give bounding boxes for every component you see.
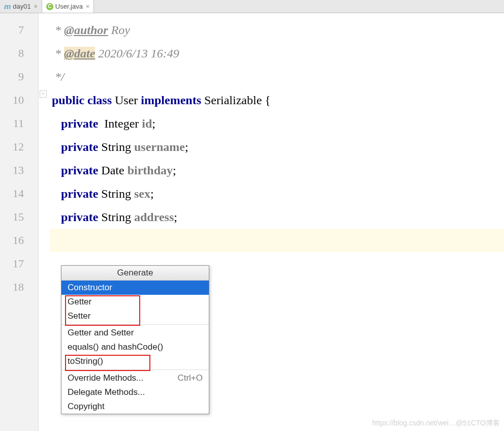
class-icon: C (46, 3, 53, 10)
line-number: 9 (0, 65, 38, 88)
line-number: 17 (0, 252, 38, 275)
menu-item-getter[interactable]: Getter (61, 295, 209, 309)
menu-item-copyright[interactable]: Copyright (61, 399, 209, 414)
generate-popup: Generate Constructor Getter Setter Gette… (61, 265, 209, 414)
menu-item-constructor[interactable]: Constructor (61, 281, 209, 295)
code-line-current (50, 229, 504, 252)
menu-separator (61, 324, 209, 325)
code-line: */ (50, 65, 504, 88)
menu-item-tostring[interactable]: toString() (61, 354, 209, 368)
menu-separator (61, 370, 209, 370)
line-number: 13 (0, 159, 38, 182)
popup-title: Generate (61, 266, 209, 281)
line-number: 11 (0, 112, 38, 135)
menu-item-getter-and-setter[interactable]: Getter and Setter (61, 326, 209, 340)
code-line: private Date birthday; (50, 159, 504, 182)
fold-gutter: − (39, 13, 50, 431)
menu-item-setter[interactable]: Setter (61, 309, 209, 323)
line-number: 18 (0, 275, 38, 299)
line-number: 8 (0, 42, 38, 65)
tab-userjava[interactable]: C User.java × (42, 0, 94, 13)
menu-item-delegate[interactable]: Delegate Methods... (61, 385, 209, 399)
editor-tabs: m day01 × C User.java × (0, 0, 504, 13)
close-icon[interactable]: × (86, 3, 89, 10)
watermark-text: https://blog.csdn.net/wei…@51CTO博客 (372, 419, 500, 428)
line-number: 14 (0, 182, 38, 205)
code-line: public class User implements Serializabl… (50, 88, 504, 112)
line-number: 15 (0, 205, 38, 229)
code-line: * @date 2020/6/13 16:49 (50, 42, 504, 65)
shortcut-label: Ctrl+O (177, 373, 203, 383)
code-line: private Integer id; (50, 112, 504, 135)
fold-icon[interactable]: − (40, 90, 47, 98)
code-line: private String username; (50, 135, 504, 159)
code-line: * @author Roy (50, 18, 504, 42)
line-number: 10 (0, 88, 38, 112)
code-line: private String address; (50, 205, 504, 229)
code-line: private String sex; (50, 182, 504, 205)
tab-day01[interactable]: m day01 × (0, 0, 42, 13)
line-number: 16 (0, 229, 38, 252)
menu-item-override[interactable]: Override Methods...Ctrl+O (61, 371, 209, 385)
module-icon: m (4, 2, 11, 11)
line-number: 12 (0, 135, 38, 159)
tab-label: day01 (13, 3, 30, 10)
tab-label: User.java (55, 3, 83, 10)
menu-item-equals-hashcode[interactable]: equals() and hashCode() (61, 340, 209, 354)
close-icon[interactable]: × (34, 3, 38, 10)
line-gutter: 7 8 9 10 11 12 13 14 15 16 17 18 (0, 13, 39, 431)
line-number: 7 (0, 18, 38, 42)
